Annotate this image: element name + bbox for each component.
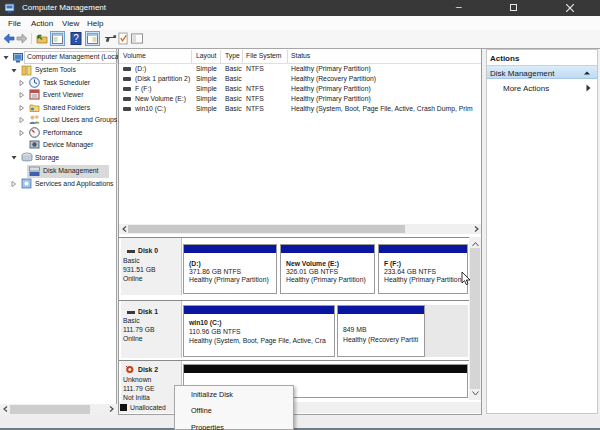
svg-text:?: ? [73, 33, 79, 44]
